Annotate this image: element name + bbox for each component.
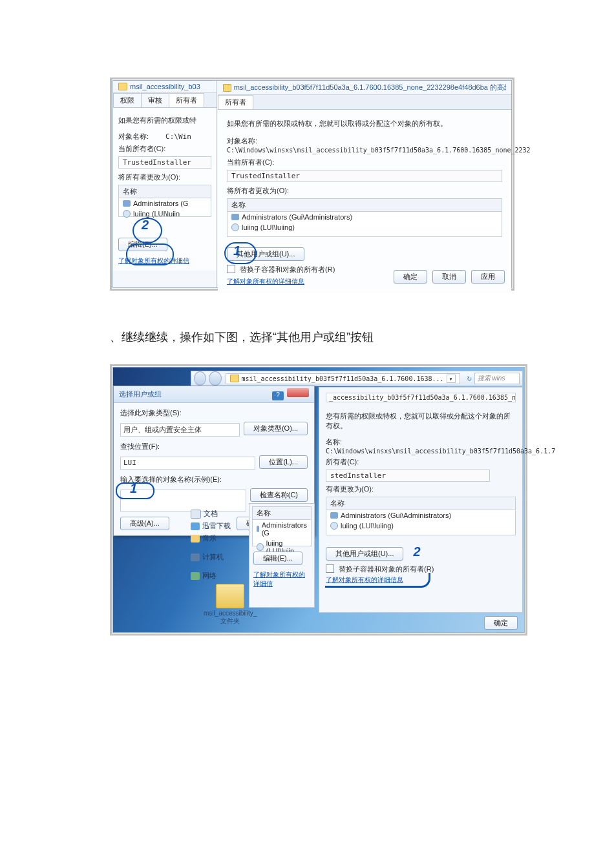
group-icon (330, 512, 338, 519)
folder-type: 文件夹 (204, 617, 257, 626)
user-icon (330, 522, 338, 530)
adv-trail: _accessibility_b03f5f7f11d50a3a_6.1.7600… (326, 393, 516, 402)
right-title: msil_accessibility_b03f5f7f11d50a3a_6.1.… (234, 83, 506, 92)
name-label: 输入要选择的对象名称(示例)(E): (120, 475, 222, 483)
big-folder-icon (216, 584, 244, 608)
list-item[interactable]: luiing (LUI\luiing) (326, 521, 515, 531)
replace-label: 替换子容器和对象的所有者(R) (240, 265, 335, 273)
nav-fwd-icon[interactable] (209, 371, 221, 386)
group-icon (231, 214, 239, 220)
folder-name: msil_accessibility_ (204, 610, 257, 617)
objtype-label: 选择此对象类型(S): (120, 408, 308, 418)
screenshot-1: msil_accessibility_b03 权限 审核 所有者 如果您有所需的… (110, 78, 514, 291)
search-input[interactable]: 搜索 wins (474, 373, 520, 384)
list-item[interactable]: Administrators (Gui\Administrators) (228, 212, 502, 222)
obj-value-r: C:\Windows\winsxs\msil_accessibility_b03… (227, 147, 531, 154)
obj-label: 对象名称: (118, 132, 164, 141)
adv-chg-label: 有者更改为(O): (326, 484, 516, 494)
help-icon[interactable]: ? (272, 391, 284, 400)
adv-cur-label: 所有者(C): (326, 457, 516, 467)
group-icon (257, 526, 259, 532)
list-item[interactable]: Administrators (G (253, 520, 311, 538)
loc-label: 查找位置(F): (120, 442, 308, 451)
refresh-icon[interactable]: ↻ (464, 375, 474, 382)
other-user-button[interactable]: 其他用户或组(U)... (227, 247, 304, 261)
learn-link[interactable]: 了解对象所有权的详细信 (118, 257, 189, 264)
tab-audit[interactable]: 审核 (141, 93, 169, 107)
list-item[interactable]: Administrators (Gui\Administrators) (326, 510, 515, 521)
music-icon (191, 535, 200, 542)
computer-icon (191, 553, 200, 561)
group-icon (123, 200, 131, 207)
chg-label: 将所有者更改为(O): (118, 172, 211, 182)
user-icon (123, 210, 131, 218)
ok-button[interactable]: 确定 (394, 270, 427, 284)
objtype-field: 用户、组或内置安全主体 (120, 423, 240, 437)
mini-list-header: 名称 (253, 507, 311, 520)
adv-security-pane: _accessibility_b03f5f7f11d50a3a_6.1.7600… (319, 387, 523, 613)
user-icon (257, 543, 264, 551)
annotation-number-2b: 2 (414, 544, 421, 559)
adv-ok-button[interactable]: 确定 (484, 616, 518, 630)
cur-label-r: 当前所有者(C): (227, 158, 502, 167)
right-titlebar: msil_accessibility_b03f5f7f11d50a3a_6.1.… (218, 81, 511, 95)
learn-link-r[interactable]: 了解对象所有权的详细信息 (227, 278, 304, 285)
adv-owner-list[interactable]: 名称 Administrators (Gui\Administrators) l… (326, 497, 516, 535)
left-info: 如果您有所需的权限或特 (118, 116, 211, 125)
list-header: 名称 (119, 185, 211, 198)
left-titlebar: msil_accessibility_b03 (113, 81, 217, 93)
advanced-button[interactable]: 高级(A)... (120, 517, 169, 530)
user-icon (231, 223, 239, 231)
left-title: msil_accessibility_b03 (130, 83, 200, 90)
list-item[interactable]: luiing (LUI\luiin (119, 209, 211, 219)
history-icon[interactable]: ▾ (447, 375, 456, 383)
explorer-toolbar: msil_accessibility_b03f5f7f11d50a3a_6.1.… (191, 371, 523, 386)
address-bar[interactable]: msil_accessibility_b03f5f7f11d50a3a_6.1.… (226, 373, 460, 384)
tab-owner[interactable]: 所有者 (169, 93, 204, 107)
cur-label: 当前所有者(C): (118, 144, 211, 154)
objtype-button[interactable]: 对象类型(O)... (244, 422, 308, 435)
screenshot-2: msil_accessibility_b03f5f7f11d50a3a_6.1.… (110, 364, 527, 636)
right-panel: msil_accessibility_b03f5f7f11d50a3a_6.1.… (218, 81, 511, 287)
adv-obj-value: C:\Windows\winsxs\msil_accessibility_b03… (326, 448, 555, 455)
cur-value: TrustedInstaller (118, 156, 211, 169)
list-item[interactable]: Administrators (G (119, 198, 211, 209)
replace-checkbox[interactable] (227, 265, 235, 273)
folder-icon (118, 83, 127, 90)
mini-left-pane: 名称 Administrators (G luiing (LUI\luiin 编… (249, 503, 315, 608)
adv-obj-label: 名称: (326, 437, 353, 447)
obj-label-r: 对象名称: (227, 136, 272, 146)
dialog-title: 选择用户或组 (119, 389, 162, 399)
edit-button[interactable]: 编辑(E)... (118, 238, 167, 251)
adv-cur-value: stedInstaller (326, 470, 490, 482)
list-header-r: 名称 (228, 199, 502, 212)
cancel-button[interactable]: 取消 (432, 270, 466, 284)
list-item[interactable]: luiing (LUI\luiing) (228, 222, 502, 232)
right-tabs: 所有者 (218, 95, 511, 110)
close-icon[interactable] (287, 388, 309, 397)
left-panel: msil_accessibility_b03 权限 审核 所有者 如果您有所需的… (113, 81, 217, 287)
nav-back-icon[interactable] (194, 371, 206, 386)
mini-edit-button[interactable]: 编辑(E)... (253, 552, 302, 565)
mini-learn-link[interactable]: 了解对象所有权的详细信 (253, 571, 305, 587)
checkname-button[interactable]: 检查名称(C) (250, 488, 308, 502)
owner-list-r[interactable]: 名称 Administrators (Gui\Administrators) l… (227, 198, 502, 237)
folder-icon (230, 375, 239, 382)
cur-value-r: TrustedInstaller (227, 170, 502, 182)
tab-owner-r[interactable]: 所有者 (218, 95, 253, 109)
chg-label-r: 将所有者更改为(O): (227, 186, 502, 196)
folder-icon (223, 84, 231, 92)
owner-list[interactable]: 名称 Administrators (G luiing (LUI\luiin (118, 185, 211, 217)
tab-permissions[interactable]: 权限 (113, 93, 142, 107)
adv-learn-link[interactable]: 了解对象所有权的详细信息 (326, 576, 403, 583)
doc-icon (191, 510, 201, 519)
adv-replace-label: 替换子容器和对象的所有者(R) (339, 565, 434, 573)
loc-button[interactable]: 位置(L)... (259, 455, 308, 469)
download-icon (191, 522, 200, 530)
folder-tile[interactable]: msil_accessibility_ 文件夹 (204, 584, 257, 626)
left-tabs: 权限 审核 所有者 (113, 93, 217, 108)
apply-button[interactable]: 应用 (471, 270, 505, 284)
adv-other-user-button[interactable]: 其他用户或组(U)... (326, 547, 403, 561)
adv-replace-checkbox[interactable] (326, 564, 334, 573)
right-info: 如果您有所需的权限或特权，您就可以取得或分配这个对象的所有权。 (227, 119, 502, 129)
